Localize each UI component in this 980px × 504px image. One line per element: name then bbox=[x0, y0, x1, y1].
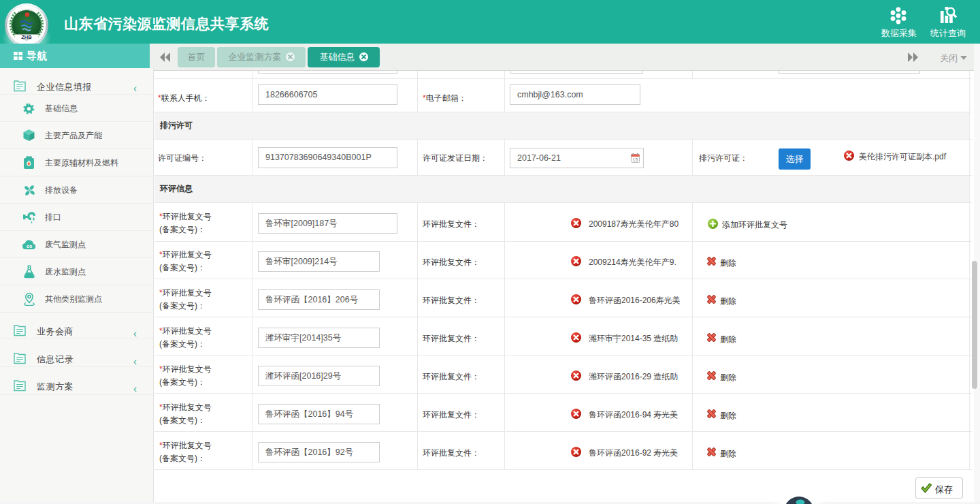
svg-text:15: 15 bbox=[633, 157, 638, 162]
svg-text:co: co bbox=[27, 244, 32, 249]
svg-text:ZHB: ZHB bbox=[21, 34, 32, 40]
